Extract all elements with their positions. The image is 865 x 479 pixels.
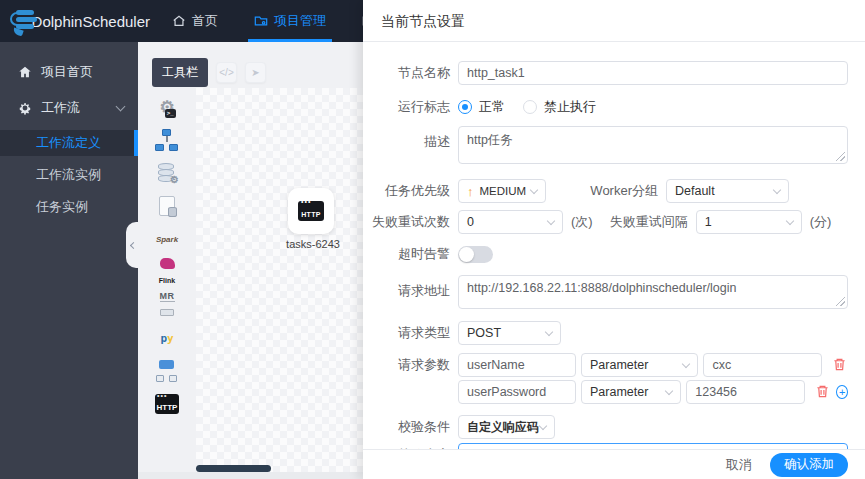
node-name-label: 节点名称 xyxy=(370,64,450,82)
chevron-down-icon xyxy=(116,102,126,112)
sql-task-icon xyxy=(159,196,175,216)
nav-item-label: 首页 xyxy=(192,12,218,30)
go-button[interactable]: ➤ xyxy=(245,62,266,83)
chevron-down-icon xyxy=(530,185,538,193)
param-prop-input[interactable] xyxy=(458,353,576,377)
home-icon xyxy=(172,14,186,28)
drawer-title: 当前节点设置 xyxy=(363,0,865,42)
retry-times-select[interactable]: 0 xyxy=(458,210,563,234)
node-settings-form: 节点名称 运行标志 正常 禁止执行 描述 http任务 任务优先级 xyxy=(363,43,865,450)
app: DolphinScheduler 首页 项目管理 资源 xyxy=(0,0,865,479)
flink-task-icon: Flink xyxy=(159,258,175,287)
timeout-alarm-toggle[interactable] xyxy=(458,246,493,263)
python-task-icon: py xyxy=(160,332,173,345)
task-type-shell[interactable]: ⚙>_ xyxy=(154,94,180,120)
resize-grip-icon[interactable] xyxy=(836,297,845,306)
resize-grip-icon[interactable] xyxy=(836,152,845,161)
code-view-button[interactable]: </> xyxy=(216,62,237,83)
canvas-toolbar: 工具栏 </> ➤ xyxy=(152,58,266,87)
sidebar-item-workflow-definition[interactable]: 工作流定义 xyxy=(0,130,138,156)
nav-item-project-management[interactable]: 项目管理 xyxy=(254,0,326,42)
sidebar-item-project-home[interactable]: 项目首页 xyxy=(0,58,138,86)
sidebar-item-workflow[interactable]: 工作流 xyxy=(0,94,138,122)
gear-icon xyxy=(18,101,32,115)
sidebar-collapse-handle[interactable] xyxy=(126,222,140,268)
param-prop-input[interactable] xyxy=(458,380,576,404)
horizontal-scrollbar[interactable] xyxy=(196,465,271,472)
add-param-icon[interactable]: + xyxy=(836,385,848,399)
sub-process-task-icon xyxy=(155,129,179,151)
project-icon xyxy=(254,14,268,28)
mr-task-icon: MR xyxy=(160,291,175,320)
task-type-python[interactable]: py xyxy=(154,325,180,351)
task-type-flink[interactable]: Flink xyxy=(154,259,180,285)
delete-param-icon[interactable] xyxy=(832,357,848,373)
chevron-down-icon xyxy=(547,216,555,224)
drawer-footer: 取消 确认添加 xyxy=(363,449,865,479)
run-flag-prohibit-radio[interactable] xyxy=(523,100,537,114)
chevron-down-icon xyxy=(545,327,553,335)
nav-item-home[interactable]: 首页 xyxy=(172,0,218,42)
check-condition-label: 校验条件 xyxy=(370,418,450,436)
chevron-down-icon xyxy=(539,421,547,429)
shell-task-icon: ⚙>_ xyxy=(159,97,174,118)
retry-interval-unit: (分) xyxy=(810,213,832,231)
brand-name: DolphinScheduler xyxy=(32,13,150,30)
param-direct-select[interactable]: Parameter xyxy=(581,380,681,404)
timeout-alarm-label: 超时告警 xyxy=(370,245,450,263)
task-type-sub-process[interactable] xyxy=(154,127,180,153)
node-name-input[interactable] xyxy=(458,61,848,85)
sidebar-item-label: 工作流 xyxy=(41,99,80,117)
priority-select[interactable]: ↑ MEDIUM xyxy=(458,179,546,203)
confirm-add-button[interactable]: 确认添加 xyxy=(770,453,848,477)
sidebar-item-label: 任务实例 xyxy=(36,198,88,216)
sidebar-item-label: 工作流实例 xyxy=(36,166,101,184)
cancel-button[interactable]: 取消 xyxy=(726,456,752,474)
sidebar-item-task-instance[interactable]: 任务实例 xyxy=(0,194,138,220)
task-type-dependent[interactable] xyxy=(154,358,180,384)
run-flag-normal-label[interactable]: 正常 xyxy=(479,98,505,116)
param-direct-select[interactable]: Parameter xyxy=(581,353,698,377)
delete-param-icon[interactable] xyxy=(815,384,830,400)
request-type-label: 请求类型 xyxy=(370,324,450,342)
nav-item-label: 项目管理 xyxy=(274,12,326,30)
dag-node-http[interactable]: HTTP xyxy=(288,188,334,234)
http-task-icon: HTTP xyxy=(155,394,179,414)
priority-up-icon: ↑ xyxy=(467,184,474,199)
http-node-icon: HTTP xyxy=(298,201,324,221)
dag-node-label: tasks-6243 xyxy=(258,238,368,250)
task-type-sql[interactable] xyxy=(154,193,180,219)
chevron-down-icon xyxy=(785,216,793,224)
retry-interval-select[interactable]: 1 xyxy=(696,210,802,234)
retry-times-unit: (次) xyxy=(571,213,593,231)
procedure-task-icon: ⚙ xyxy=(158,163,176,183)
run-flag-label: 运行标志 xyxy=(370,98,450,116)
dolphinscheduler-logo-icon xyxy=(10,7,24,35)
chevron-left-icon xyxy=(129,241,136,248)
chevron-down-icon xyxy=(682,359,690,367)
chevron-down-icon xyxy=(773,185,781,193)
worker-group-select[interactable]: Default xyxy=(666,179,789,203)
node-settings-drawer: 当前节点设置 节点名称 运行标志 正常 禁止执行 描述 http任务 xyxy=(363,0,865,479)
task-type-procedure[interactable]: ⚙ xyxy=(154,160,180,186)
request-url-label: 请求地址 xyxy=(370,282,450,300)
toolbox-button[interactable]: 工具栏 xyxy=(152,58,208,87)
worker-group-label: Worker分组 xyxy=(546,182,658,200)
retry-interval-label: 失败重试间隔 xyxy=(593,213,688,231)
description-textarea[interactable]: http任务 xyxy=(458,126,848,164)
task-type-mr[interactable]: MR xyxy=(154,292,180,318)
sidebar-item-workflow-instance[interactable]: 工作流实例 xyxy=(0,162,138,188)
request-type-select[interactable]: POST xyxy=(458,321,561,345)
param-value-input[interactable] xyxy=(686,380,805,404)
description-label: 描述 xyxy=(370,133,450,151)
param-value-input[interactable] xyxy=(703,353,822,377)
check-condition-select[interactable]: 自定义响应码 xyxy=(458,415,555,439)
brand[interactable]: DolphinScheduler xyxy=(0,7,150,35)
run-flag-prohibit-label[interactable]: 禁止执行 xyxy=(544,98,596,116)
code-icon: </> xyxy=(219,67,233,78)
request-params-label: 请求参数 xyxy=(370,356,450,374)
task-type-http[interactable]: HTTP xyxy=(154,391,180,417)
run-flag-normal-radio[interactable] xyxy=(458,100,472,114)
task-type-spark[interactable]: Spark xyxy=(154,226,180,252)
request-url-textarea[interactable]: http://192.168.22.11:8888/dolphinschedul… xyxy=(458,275,848,309)
